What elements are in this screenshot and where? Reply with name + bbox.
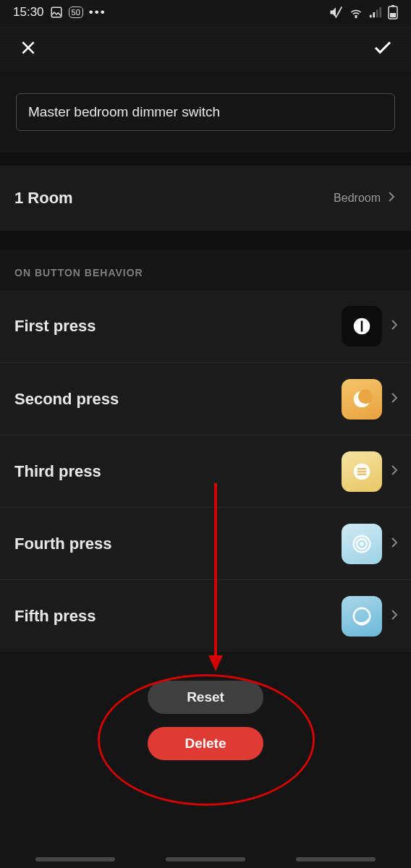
svg-point-13	[358, 389, 373, 404]
chevron-right-icon	[391, 537, 398, 551]
room-name: Bedroom	[334, 192, 381, 205]
signal-icon	[369, 6, 382, 19]
svg-rect-16	[357, 470, 367, 472]
wifi-icon	[349, 5, 363, 20]
scene-tile	[342, 306, 382, 346]
press-label: Fifth press	[14, 607, 96, 626]
delete-button[interactable]: Delete	[148, 727, 263, 760]
chevron-right-icon	[391, 609, 398, 624]
editor-header	[0, 24, 411, 72]
svg-point-20	[360, 542, 364, 546]
battery-icon	[388, 5, 398, 20]
divider	[0, 231, 411, 250]
nav-recents[interactable]	[35, 857, 115, 861]
mute-vibrate-icon	[329, 5, 343, 20]
room-count-label: 1 Room	[14, 189, 73, 208]
press-list: First press Second press Third press Fou…	[0, 290, 411, 652]
press-row-2[interactable]: Second press	[0, 362, 411, 435]
moon-icon	[351, 388, 373, 410]
footer-actions: Reset Delete	[0, 652, 411, 760]
lines-icon	[351, 461, 373, 482]
svg-rect-15	[357, 468, 367, 470]
press-label: First press	[14, 317, 96, 336]
status-left: 15:30 50 •••	[13, 5, 106, 20]
nav-back[interactable]	[296, 857, 376, 861]
close-icon	[19, 38, 38, 57]
svg-rect-5	[376, 9, 378, 17]
svg-point-21	[354, 608, 370, 624]
press-row-4[interactable]: Fourth press	[0, 507, 411, 579]
section-header-on-button: ON BUTTON BEHAVIOR	[0, 250, 411, 290]
room-row[interactable]: 1 Room Bedroom	[0, 166, 411, 231]
close-button[interactable]	[16, 35, 41, 60]
svg-rect-11	[361, 321, 363, 332]
press-row-3[interactable]: Third press	[0, 435, 411, 507]
press-label: Third press	[14, 462, 101, 481]
scene-tile	[342, 524, 382, 564]
svg-rect-3	[370, 14, 372, 17]
device-name-input[interactable]	[16, 93, 395, 131]
confirm-button[interactable]	[370, 35, 395, 60]
chevron-right-icon	[391, 464, 398, 479]
press-row-5[interactable]: Fifth press	[0, 579, 411, 652]
scene-tile	[342, 379, 382, 420]
crescent-icon	[351, 605, 373, 627]
press-label: Fourth press	[14, 535, 111, 553]
press-label: Second press	[14, 390, 119, 409]
svg-rect-4	[373, 12, 375, 17]
scene-tile	[342, 596, 382, 637]
svg-point-2	[355, 16, 357, 17]
clock: 15:30	[13, 5, 44, 20]
image-icon	[50, 6, 63, 19]
nfc-badge-icon: 50	[69, 7, 83, 18]
nav-home[interactable]	[166, 857, 245, 861]
chevron-right-icon	[388, 191, 395, 205]
chevron-right-icon	[391, 319, 398, 333]
svg-rect-17	[357, 473, 367, 475]
target-icon	[351, 533, 373, 555]
svg-rect-0	[51, 7, 62, 17]
scene-tile	[342, 451, 382, 492]
status-right	[329, 5, 398, 20]
svg-line-1	[336, 7, 342, 17]
more-icon: •••	[89, 5, 106, 20]
power-icon	[351, 315, 373, 337]
svg-rect-8	[390, 13, 396, 17]
name-input-section	[0, 72, 411, 153]
divider	[0, 153, 411, 166]
statusbar: 15:30 50 •••	[0, 0, 411, 24]
check-icon	[372, 37, 394, 59]
chevron-right-icon	[391, 392, 398, 407]
android-navbar	[0, 851, 411, 868]
press-row-1[interactable]: First press	[0, 290, 411, 362]
reset-button[interactable]: Reset	[148, 681, 263, 714]
svg-rect-9	[391, 5, 394, 7]
svg-rect-6	[379, 7, 381, 17]
